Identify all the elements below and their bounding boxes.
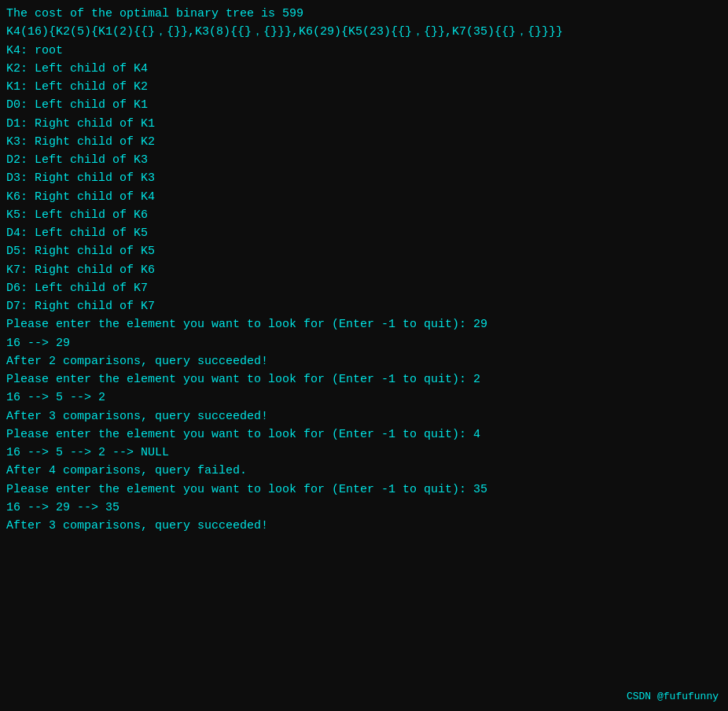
- terminal-line: D6: Left child of K7: [6, 279, 722, 297]
- terminal-line: K4: root: [6, 42, 722, 60]
- terminal-line: Please enter the element you want to loo…: [6, 315, 722, 333]
- terminal-line: K2: Left child of K4: [6, 60, 722, 78]
- terminal-line: 16 --> 5 --> 2 --> NULL: [6, 444, 722, 462]
- terminal-line: The cost of the optimal binary tree is 5…: [6, 5, 722, 23]
- terminal-line: D0: Left child of K1: [6, 96, 722, 114]
- terminal-line: K6: Right child of K4: [6, 188, 722, 206]
- terminal-line: 16 --> 5 --> 2: [6, 389, 722, 407]
- terminal-line: Please enter the element you want to loo…: [6, 425, 722, 444]
- terminal-line: K3: Right child of K2: [6, 133, 722, 151]
- terminal-line: D7: Right child of K7: [6, 297, 722, 315]
- terminal-line: D1: Right child of K1: [6, 115, 722, 133]
- watermark: CSDN @fufufunny: [627, 689, 719, 705]
- terminal-line: 16 --> 29: [6, 334, 722, 352]
- terminal-line: After 3 comparisons, query succeeded!: [6, 407, 722, 425]
- terminal-line: D4: Left child of K5: [6, 224, 722, 242]
- terminal-line: 16 --> 29 --> 35: [6, 499, 722, 517]
- terminal-line: After 2 comparisons, query succeeded!: [6, 352, 722, 370]
- terminal-line: After 3 comparisons, query succeeded!: [6, 517, 722, 535]
- terminal-line: After 4 comparisons, query failed.: [6, 462, 722, 480]
- terminal-line: D5: Right child of K5: [6, 242, 722, 260]
- terminal-line: K1: Left child of K2: [6, 78, 722, 96]
- terminal-output: The cost of the optimal binary tree is 5…: [6, 5, 722, 535]
- terminal-line: D3: Right child of K3: [6, 169, 722, 187]
- terminal-line: K5: Left child of K6: [6, 206, 722, 224]
- terminal-line: Please enter the element you want to loo…: [6, 370, 722, 389]
- terminal-line: K4(16){K2(5){K1(2){{}，{}},K3(8){{}，{}}},…: [6, 23, 722, 41]
- terminal-line: D2: Left child of K3: [6, 151, 722, 169]
- terminal-line: Please enter the element you want to loo…: [6, 481, 722, 499]
- terminal-line: K7: Right child of K6: [6, 261, 722, 279]
